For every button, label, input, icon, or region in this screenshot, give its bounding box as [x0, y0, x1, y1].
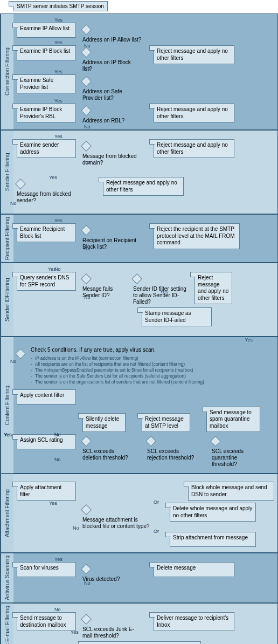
- section-content-filtering: Content Filtering Yes Check 5 conditions…: [0, 337, 278, 474]
- cond-item: The AntispamBypassEnabled parameter is s…: [31, 367, 271, 373]
- decision-icon: [81, 273, 92, 284]
- out-stamp-sid: Stamp message as Sender ID-Failed: [142, 307, 212, 326]
- out-silent-delete: Silently delete message: [82, 413, 126, 432]
- out-reject-domain: Reject message and apply no other filter…: [154, 139, 234, 158]
- decision-icon: [81, 47, 92, 58]
- q-attachment-blocked: Message attachment is blocked file or co…: [82, 517, 152, 530]
- decision-icon: [131, 273, 142, 284]
- decision-icon: [81, 105, 92, 116]
- section-antivirus: Antivirus Scanning Scan for viruses YesV…: [0, 553, 278, 603]
- start-text: SMTP server initiates SMTP session: [17, 3, 104, 9]
- cond-head: Check 5 conditions. If any are true, app…: [31, 347, 271, 354]
- out-reject-smtp: Reject message at SMTP level: [142, 413, 190, 432]
- q-recipient-block: Recipient on Recipient Block list?: [82, 237, 142, 250]
- decision-icon: [81, 225, 92, 236]
- section-senderid-filtering: Sender IDFiltering Query sender's DNS fo…: [0, 263, 278, 337]
- out-reject-rbl: Reject message and apply no other filter…: [154, 104, 234, 122]
- out-spam-quarantine: Send message to spam quarantine mailbox: [206, 407, 260, 433]
- q-rbl: Address on RBL?: [82, 118, 124, 124]
- step-sender-address: Examine sender address: [17, 139, 76, 158]
- out-delete-virus: Delete message: [154, 562, 234, 577]
- step-rbl: Examine IP Block Provider's RBL: [17, 104, 76, 122]
- section-outlook-junk: Outlook Junk E-mail Filtering Send messa…: [0, 603, 278, 644]
- cond-item: The sender is on the organization's list…: [31, 379, 271, 385]
- section-label: Outlook Junk E-mail Filtering: [1, 604, 13, 644]
- section-recipient-filtering: Recipient Filtering Examine Recipient Bl…: [0, 214, 278, 263]
- out-junk-folder: Deliver message to recipient's Junk E-ma…: [82, 641, 201, 644]
- section-sender-filtering: Sender Filtering Examine sender address …: [0, 130, 278, 214]
- out-delete-whole: Delete whole message and apply no other …: [170, 503, 256, 522]
- section-label: Recipient Filtering: [1, 215, 13, 262]
- q-ip-allow: Address on IP Allow list?: [82, 37, 141, 43]
- conditions-box: Yes Check 5 conditions. If any are true,…: [27, 345, 274, 387]
- step-send-mailbox: Send message to destination mailbox: [17, 612, 76, 631]
- decision-icon: [81, 76, 92, 87]
- q-scl-reject: SCL exceeds rejection threshold?: [147, 448, 196, 461]
- step-apply-content: Apply content filter: [17, 389, 76, 405]
- step-examine-ip-allow: Examine IP Allow list: [17, 23, 76, 38]
- cond-item: The sender is on the Safe Senders List f…: [31, 373, 271, 379]
- step-safe-provider: Examine Safe Provider list: [17, 74, 76, 93]
- cond-item: All recipients are on the list of recipi…: [31, 361, 271, 367]
- section-attachment-filtering: Attachment Filtering Apply attachment fi…: [0, 474, 278, 553]
- step-spf: Query sender's DNS for SPF record: [17, 272, 76, 291]
- decision-icon: [81, 614, 92, 625]
- decision-icon: [81, 564, 92, 574]
- out-inbox: Deliver message to recipient's Inbox: [154, 612, 234, 631]
- q-safe-provider: Address on Safe Provider list?: [82, 88, 142, 101]
- section-label: Sender IDFiltering: [1, 263, 13, 336]
- section-label: Content Filtering: [1, 337, 13, 473]
- section-label: Connection Filtering: [1, 14, 13, 129]
- out-reject-sid: Reject message and apply no other filter…: [194, 272, 232, 304]
- out-strip-attachment: Strip attachment from message: [170, 532, 256, 547]
- decision-icon: [210, 436, 221, 447]
- decision-icon: [81, 24, 92, 35]
- decision-icon: [81, 436, 92, 447]
- out-reject-recipient: Reject the recipient at the SMTP protoco…: [154, 223, 240, 249]
- cond-item: IP address is on the IP Allow list (conn…: [31, 355, 271, 361]
- step-assign-scl: Assign SCL rating: [17, 434, 76, 449]
- section-label: Antivirus Scanning: [1, 553, 13, 602]
- out-block-dsn: Block whole message and send DSN to send…: [188, 482, 274, 501]
- q-blocked-sender: Message from blocked sender?: [17, 191, 76, 204]
- decision-icon: [81, 504, 92, 515]
- decision-icon: [15, 348, 26, 359]
- step-recipient-block: Examine Recipient Block list: [17, 223, 76, 242]
- start-box: SMTP server initiates SMTP session: [13, 1, 108, 11]
- decision-icon: [81, 141, 92, 152]
- step-attachment: Apply attachment filter: [17, 482, 76, 501]
- section-label: Attachment Filtering: [1, 474, 13, 552]
- decision-icon: [145, 436, 156, 447]
- out-reject-block: Reject message and apply no other filter…: [154, 45, 234, 64]
- out-reject-sender: Reject message and apply no other filter…: [103, 177, 184, 196]
- step-examine-ip-block: Examine IP Block list: [17, 45, 76, 60]
- q-scl-quarantine: SCL exceeds quarantine threshold?: [212, 448, 260, 468]
- q-scl-junk: SCL exceeds Junk E-mail threshold?: [82, 626, 142, 639]
- q-blocked-domain: Message from blocked domain?: [82, 153, 142, 166]
- q-ip-block: Address on IP Block list?: [82, 59, 142, 72]
- section-connection-filtering: Connection Filtering Examine IP Allow li…: [0, 13, 278, 130]
- step-scan-virus: Scan for viruses: [17, 562, 76, 577]
- decision-icon: [15, 179, 26, 189]
- q-scl-delete: SCL exceeds deletion threshold?: [82, 448, 131, 461]
